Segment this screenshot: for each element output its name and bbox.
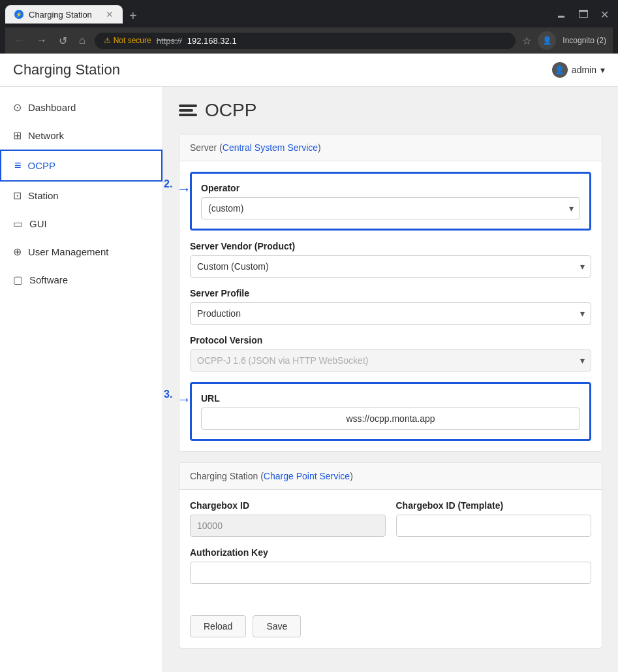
gui-icon: ▭ — [13, 217, 23, 230]
software-icon: ▢ — [13, 274, 23, 286]
reload-button[interactable]: Reload — [190, 615, 246, 637]
titlebar: ⚡ Charging Station ✕ + 🗕 🗖 ✕ — [5, 5, 613, 24]
operator-select[interactable]: (custom) Monta — [201, 197, 580, 219]
maximize-btn[interactable]: 🗖 — [574, 8, 593, 21]
step3-label: 3. — [164, 389, 172, 400]
url-input[interactable] — [201, 408, 580, 430]
save-button[interactable]: Save — [253, 615, 301, 637]
sidebar-label-gui: GUI — [29, 218, 47, 229]
server-vendor-select[interactable]: Custom (Custom) — [190, 255, 591, 278]
bookmark-btn[interactable]: ☆ — [522, 35, 531, 47]
server-section-card: Server (Central System Service) 2. → Ope… — [179, 134, 602, 452]
url-form-group: URL — [201, 393, 580, 430]
url-strikethrough: https:// — [157, 36, 182, 46]
tab-title: Charging Station — [29, 10, 92, 20]
server-highlight1: Central System — [223, 142, 285, 153]
sidebar-item-gui[interactable]: ▭ GUI — [0, 210, 162, 238]
reload-nav-btn[interactable]: ↺ — [56, 33, 70, 48]
station-icon: ⊡ — [13, 189, 22, 202]
charging-section-header: Charging Station (Charge Point Service) — [179, 463, 602, 490]
security-warning: ⚠ Not secure — [104, 36, 151, 45]
profile-btn[interactable]: 👤 — [538, 31, 556, 50]
auth-key-form-group: Authorization Key — [190, 547, 591, 584]
protocol-select-wrapper: OCPP-J 1.6 (JSON via HTTP WebSocket) — [190, 349, 591, 372]
page-heading: OCPP — [179, 100, 602, 121]
admin-dropdown-icon: ▾ — [600, 65, 605, 75]
chargebox-id-form-group: Chargebox ID — [190, 500, 386, 537]
server-vendor-label: Server Vendor (Product) — [190, 241, 591, 251]
protocol-label: Protocol Version — [190, 335, 591, 345]
back-btn[interactable]: ← — [12, 33, 27, 48]
chargebox-template-form-group: Chargebox ID (Template) — [396, 500, 592, 537]
protocol-select[interactable]: OCPP-J 1.6 (JSON via HTTP WebSocket) — [190, 349, 591, 372]
tab-bar: ⚡ Charging Station ✕ + — [5, 5, 144, 24]
incognito-label: Incognito (2) — [563, 36, 606, 45]
step3-arrow: → — [177, 391, 191, 408]
sidebar-label-network: Network — [28, 130, 64, 141]
server-profile-form-group: Server Profile Production — [190, 288, 591, 325]
server-section-label-text: Server (Central System Service) — [190, 142, 321, 153]
admin-icon: 👤 — [552, 62, 568, 78]
sidebar-item-user-management[interactable]: ⊕ User Management — [0, 238, 162, 266]
server-profile-select[interactable]: Production — [190, 302, 591, 325]
warning-icon: ⚠ — [104, 36, 111, 45]
forward-btn[interactable]: → — [34, 33, 50, 48]
sidebar-label-ocpp: OCPP — [28, 160, 56, 171]
chargebox-row: Chargebox ID Chargebox ID (Template) — [190, 500, 591, 547]
sidebar-item-ocpp[interactable]: ≡ OCPP 1. ← — [0, 150, 162, 182]
address-bar[interactable]: ⚠ Not secure https:// 192.168.32.1 — [95, 33, 516, 49]
charging-section-body: Chargebox ID Chargebox ID (Template) Aut… — [179, 490, 602, 605]
server-section-header: Server (Central System Service) — [179, 135, 602, 161]
main-layout: ⊙ Dashboard ⊞ Network ≡ OCPP 1. ← ⊡ Stat… — [0, 87, 618, 672]
protocol-form-group: Protocol Version OCPP-J 1.6 (JSON via HT… — [190, 335, 591, 372]
operator-select-wrapper: (custom) Monta — [201, 197, 580, 219]
url-label: URL — [201, 393, 580, 404]
operator-label: Operator — [201, 183, 580, 193]
tab-close-btn[interactable]: ✕ — [106, 9, 114, 20]
admin-button[interactable]: 👤 admin ▾ — [552, 62, 605, 78]
sidebar-item-dashboard[interactable]: ⊙ Dashboard — [0, 93, 162, 121]
url-domain: 192.168.32.1 — [187, 36, 237, 46]
chargebox-template-input[interactable] — [396, 515, 592, 537]
address-bar-row: ← → ↺ ⌂ ⚠ Not secure https:// 192.168.32… — [5, 27, 613, 54]
network-icon: ⊞ — [13, 129, 22, 142]
server-highlight2: Service — [287, 142, 318, 153]
main-content: OCPP Server (Central System Service) 2. … — [163, 87, 618, 672]
operator-highlight-box: Operator (custom) Monta — [190, 172, 591, 231]
sidebar-label-dashboard: Dashboard — [28, 102, 76, 113]
step2-arrow: → — [177, 181, 191, 198]
home-btn[interactable]: ⌂ — [76, 33, 88, 48]
new-tab-button[interactable]: + — [123, 8, 144, 24]
close-btn[interactable]: ✕ — [596, 8, 613, 21]
sidebar-item-network[interactable]: ⊞ Network — [0, 121, 162, 150]
ocpp-nav-icon: ≡ — [14, 159, 22, 172]
server-vendor-form-group: Server Vendor (Product) Custom (Custom) — [190, 241, 591, 278]
server-profile-select-wrapper: Production — [190, 302, 591, 325]
sidebar-item-station[interactable]: ⊡ Station — [0, 182, 162, 210]
charging-section-text: Charging Station (Charge Point Service) — [190, 471, 353, 481]
sidebar-label-station: Station — [28, 190, 59, 201]
user-management-icon: ⊕ — [13, 246, 22, 258]
browser-chrome: ⚡ Charging Station ✕ + 🗕 🗖 ✕ ← → ↺ ⌂ ⚠ N… — [0, 0, 618, 54]
chargebox-id-input[interactable] — [190, 515, 386, 537]
auth-key-input[interactable] — [190, 562, 591, 584]
server-profile-label: Server Profile — [190, 288, 591, 298]
tab-favicon: ⚡ — [14, 10, 23, 19]
not-secure-label: Not secure — [114, 36, 151, 45]
charging-section-card: Charging Station (Charge Point Service) … — [179, 462, 602, 648]
app-container: Charging Station 👤 admin ▾ ⊙ Dashboard ⊞… — [0, 54, 618, 672]
app-header: Charging Station 👤 admin ▾ — [0, 54, 618, 87]
charge-highlight2: Service — [319, 471, 350, 481]
app-title: Charging Station — [13, 61, 120, 78]
sidebar-label-software: Software — [29, 274, 68, 285]
active-tab[interactable]: ⚡ Charging Station ✕ — [5, 5, 123, 24]
ocpp-page-icon — [179, 104, 197, 116]
page-title: OCPP — [205, 100, 256, 121]
server-section-body: 2. → Operator (custom) Monta — [179, 161, 602, 451]
url-highlight-box: URL — [190, 382, 591, 441]
auth-key-label: Authorization Key — [190, 547, 591, 558]
sidebar-label-user-management: User Management — [28, 246, 108, 257]
dashboard-icon: ⊙ — [13, 101, 22, 114]
minimize-btn[interactable]: 🗕 — [552, 8, 570, 21]
sidebar-item-software[interactable]: ▢ Software — [0, 266, 162, 294]
